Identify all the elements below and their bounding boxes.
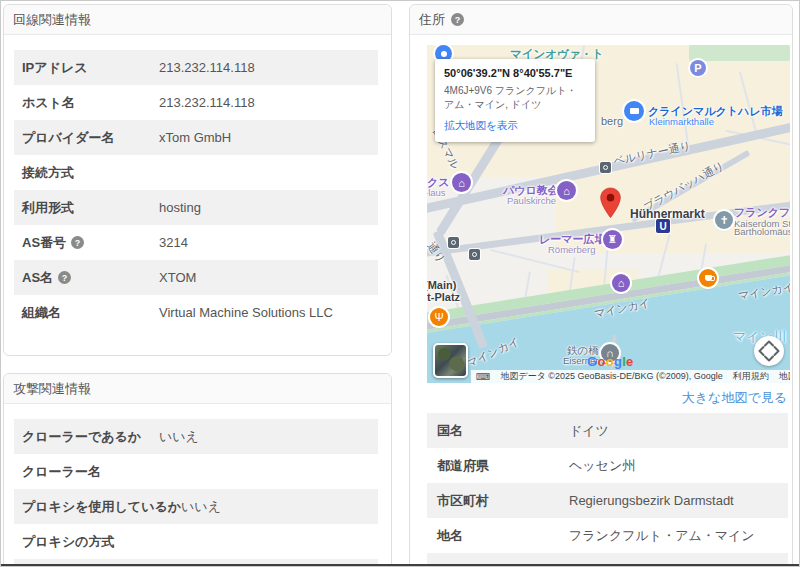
museum-icon-south[interactable]: ⌂ bbox=[612, 274, 630, 292]
museum-icon-west[interactable]: ⌂ bbox=[452, 173, 471, 192]
info-window-address: 4M6J+9V6 フランクフルト・アム・マイン, ドイツ bbox=[444, 84, 586, 112]
poi-label-berg-fragment: berg bbox=[601, 115, 623, 127]
row-label: ホスト名 bbox=[14, 94, 159, 112]
poi-label-paulskirche-de[interactable]: Paulskirche bbox=[507, 195, 556, 206]
row-label: プロキシの方式 bbox=[14, 533, 159, 551]
row-label: 組織名 bbox=[14, 304, 159, 322]
row-label: 都道府県 bbox=[427, 457, 569, 475]
roemerberg-castle-icon[interactable]: ♜ bbox=[603, 230, 622, 249]
row-label: プロバイダー名 bbox=[14, 129, 159, 147]
poi-label-main-platz-line1: (Main) bbox=[427, 279, 456, 291]
row-value: ヘッセン州 bbox=[569, 457, 635, 475]
google-logo-text: Google bbox=[587, 354, 634, 369]
poi-label-roemerberg-de[interactable]: Römerberg bbox=[548, 244, 596, 255]
help-icon[interactable]: ? bbox=[58, 271, 71, 284]
table-row-host-name: ホスト名 213.232.114.118 bbox=[14, 85, 378, 120]
row-label: クローラー名 bbox=[14, 463, 159, 481]
row-label: 利用形式 bbox=[14, 199, 159, 217]
table-row-place-name: 地名 フランクフルト・アム・マイン bbox=[427, 518, 788, 553]
row-label: 地名 bbox=[427, 527, 569, 545]
row-value: いいえ bbox=[159, 428, 199, 446]
poi-label-kaiserdom-line2[interactable]: Bartholomäus bbox=[734, 226, 790, 237]
help-icon[interactable]: ? bbox=[71, 236, 84, 249]
table-row-provider-name: プロバイダー名 xTom GmbH bbox=[14, 120, 378, 155]
row-label: 接続方式 bbox=[14, 164, 159, 182]
help-icon[interactable]: ? bbox=[451, 13, 464, 26]
row-value: XTOM bbox=[159, 270, 196, 285]
row-label: 市区町村 bbox=[427, 492, 569, 510]
table-row-uses-proxy: プロキシを使用しているか いいえ bbox=[14, 489, 378, 524]
map-data-attribution: 地図データ ©2025 GeoBasis-DE/BKG (©2009), Goo… bbox=[495, 370, 727, 383]
google-logo[interactable]: Google bbox=[587, 354, 634, 369]
line-info-card-body: IPアドレス 213.232.114.118 ホスト名 213.232.114.… bbox=[4, 35, 391, 355]
table-row-connection-type: 接続方式 bbox=[14, 155, 378, 190]
parking-icon[interactable]: P bbox=[690, 60, 706, 76]
attack-info-card-body: クローラーであるか いいえ クローラー名 プロキシを使用しているか いいえ プロ… bbox=[4, 404, 391, 567]
row-label: AS番号 ? bbox=[14, 234, 159, 252]
row-label: AS名 ? bbox=[14, 269, 159, 287]
table-row-ip-address: IPアドレス 213.232.114.118 bbox=[14, 50, 378, 85]
card-title: 回線関連情報 bbox=[13, 11, 91, 29]
row-value: Virtual Machine Solutions LLC bbox=[159, 305, 333, 320]
table-row-as-name: AS名 ? XTOM bbox=[14, 260, 378, 295]
cafe-icon[interactable] bbox=[699, 269, 717, 287]
row-value: hosting bbox=[159, 200, 201, 215]
row-value: 3214 bbox=[159, 235, 188, 250]
shopping-cart-icon[interactable] bbox=[624, 101, 644, 121]
poi-label-kleinmarkthalle-de[interactable]: Kleinmarkthalle bbox=[649, 116, 714, 127]
paulskirche-icon[interactable]: ⌂ bbox=[557, 181, 576, 200]
satellite-view-toggle[interactable] bbox=[433, 343, 468, 378]
table-row-crawler-name: クローラー名 bbox=[14, 454, 378, 489]
table-row-prefecture: 都道府県 ヘッセン州 bbox=[427, 448, 788, 483]
tram-stop-icon[interactable] bbox=[600, 162, 611, 173]
keyboard-shortcuts-icon[interactable]: ⌨ bbox=[471, 371, 495, 382]
line-info-card: 回線関連情報 IPアドレス 213.232.114.118 ホスト名 213.2… bbox=[3, 4, 392, 356]
table-row-organization: 組織名 Virtual Machine Solutions LLC bbox=[14, 295, 378, 330]
attack-info-card: 攻撃関連情報 クローラーであるか いいえ クローラー名 プロキシを使用しているか… bbox=[3, 373, 392, 567]
pan-control[interactable] bbox=[754, 336, 784, 366]
row-label: プロキシを使用しているか bbox=[14, 498, 181, 516]
row-value: いいえ bbox=[181, 498, 221, 516]
report-map-error-link[interactable]: 地図の誤りを報告する bbox=[774, 370, 790, 383]
row-value: フランクフルト・アム・マイン bbox=[569, 527, 755, 545]
table-row-usage-type: 利用形式 hosting bbox=[14, 190, 378, 225]
left-column: 回線関連情報 IPアドレス 213.232.114.118 ホスト名 213.2… bbox=[3, 4, 392, 567]
pan-arrows-icon bbox=[754, 336, 784, 366]
address-card-body: マインオヴァ・ト ベルリナー通り ブラウバッハ通り ロスマル 通り マインカイ … bbox=[410, 35, 792, 567]
row-value: ドイツ bbox=[569, 422, 609, 440]
tram-stop-icon[interactable] bbox=[469, 249, 480, 260]
map-pin-icon[interactable] bbox=[599, 187, 622, 219]
view-bigger-map-row: 大きな地図で見る bbox=[428, 388, 787, 407]
poi-label-haus-fragment[interactable]: -laus bbox=[427, 187, 446, 198]
tram-stop-icon[interactable] bbox=[448, 237, 459, 248]
address-table: 国名 ドイツ 都道府県 ヘッセン州 市区町村 Regierungsbezirk … bbox=[427, 413, 788, 567]
address-card: 住所 ? bbox=[409, 4, 793, 567]
map-attribution-bar: ⌨ 地図データ ©2025 GeoBasis-DE/BKG (©2009), G… bbox=[471, 370, 790, 383]
row-label-text: AS名 bbox=[22, 269, 53, 287]
map-park-patch bbox=[689, 45, 790, 61]
row-value: xTom GmbH bbox=[159, 130, 231, 145]
ubahn-station-icon[interactable]: U bbox=[656, 219, 670, 233]
row-label: IPアドレス bbox=[14, 59, 159, 77]
address-card-header: 住所 ? bbox=[410, 5, 792, 35]
table-row-country: 国名 ドイツ bbox=[427, 413, 788, 448]
kaiserdom-cross-icon[interactable]: ✝ bbox=[715, 211, 733, 229]
table-row-as-number: AS番号 ? 3214 bbox=[14, 225, 378, 260]
right-column: 住所 ? bbox=[409, 4, 793, 567]
restaurant-icon[interactable]: Ψ bbox=[430, 308, 448, 326]
view-bigger-map-link[interactable]: 大きな地図で見る bbox=[682, 390, 787, 405]
row-label: 国名 bbox=[427, 422, 569, 440]
map-info-window: 50°06'39.2"N 8°40'55.7"E 4M6J+9V6 フランクフル… bbox=[435, 59, 595, 142]
poi-label-main-platz-line2: lt-Platz bbox=[427, 291, 460, 303]
row-value: 213.232.114.118 bbox=[159, 95, 255, 110]
card-title: 攻撃関連情報 bbox=[13, 380, 91, 398]
table-row-proxy-type: プロキシの方式 bbox=[14, 524, 378, 559]
view-larger-map-link[interactable]: 拡大地図を表示 bbox=[444, 119, 518, 133]
terms-link[interactable]: 利用規約 bbox=[728, 370, 774, 383]
google-map[interactable]: マインオヴァ・ト ベルリナー通り ブラウバッハ通り ロスマル 通り マインカイ … bbox=[427, 45, 790, 383]
table-row-is-crawler: クローラーであるか いいえ bbox=[14, 419, 378, 454]
row-value: 213.232.114.118 bbox=[159, 60, 255, 75]
info-window-coordinates: 50°06'39.2"N 8°40'55.7"E bbox=[444, 67, 586, 79]
ip-info-page: 回線関連情報 IPアドレス 213.232.114.118 ホスト名 213.2… bbox=[0, 0, 800, 567]
line-info-card-header: 回線関連情報 bbox=[4, 5, 391, 35]
